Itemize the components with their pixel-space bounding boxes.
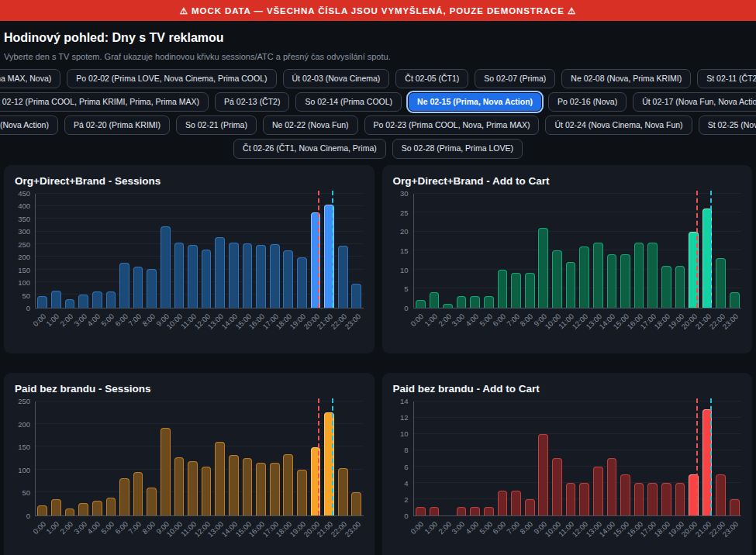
day-button[interactable]: Čt 02-12 (Prima COOL, Prima KRIMI, Prima… xyxy=(0,92,209,112)
bar-slot xyxy=(659,402,673,515)
day-button[interactable]: Ne 02-08 (Nova, Prima KRIMI) xyxy=(561,69,691,88)
day-button[interactable]: Pá 02-20 (Prima KRIMI) xyxy=(64,115,170,135)
y-tick-label: 250 xyxy=(18,398,30,405)
bar xyxy=(566,262,576,308)
bar-slot xyxy=(199,194,213,308)
day-button[interactable]: Ne 02-01 (Prima MAX, Nova) xyxy=(0,69,60,88)
bar-slot xyxy=(227,402,241,515)
bar xyxy=(147,269,157,308)
bar-slot xyxy=(104,402,118,515)
bar xyxy=(579,246,589,307)
bar xyxy=(256,463,266,515)
y-tick-label: 25 xyxy=(400,209,409,216)
day-button-row: Čt 02-19 (Nova Action)Pá 02-20 (Prima KR… xyxy=(0,115,756,135)
bar xyxy=(552,250,562,308)
bar xyxy=(243,458,253,515)
bar-slot xyxy=(309,194,323,308)
chart-title: Paid bez brandu - Add to Cart xyxy=(392,383,742,395)
bar-slot xyxy=(414,402,428,515)
y-axis: 050100150200250 xyxy=(13,402,35,516)
bar xyxy=(351,284,361,307)
x-tick-label: 8:00 xyxy=(141,312,157,328)
bar-slot xyxy=(77,194,91,308)
mock-data-warning-banner: ⚠ MOCK DATA — VŠECHNA ČÍSLA JSOU VYMYŠLE… xyxy=(0,0,756,21)
bar-slot xyxy=(50,402,64,515)
bar-slot xyxy=(591,194,605,308)
bar xyxy=(538,228,548,308)
chart-card-brand-atc: Org+Direct+Brand - Add to Cart 051015202… xyxy=(382,165,753,353)
y-tick-label: 0 xyxy=(404,512,408,520)
day-button[interactable]: Čt 02-26 (ČT1, Nova Cinema, Prima) xyxy=(233,139,386,158)
day-button[interactable]: St 02-25 (Nova Action) xyxy=(699,115,756,135)
tv-spot-line xyxy=(332,398,333,515)
bar xyxy=(579,483,589,515)
bar-slot xyxy=(77,402,91,515)
bar-slot xyxy=(186,194,200,308)
y-tick-label: 10 xyxy=(400,266,409,274)
bar xyxy=(647,243,658,307)
chart-card-paid-atc: Paid bez brandu - Add to Cart 0246810121… xyxy=(382,373,753,555)
day-button[interactable]: Čt 02-19 (Nova Action) xyxy=(0,115,58,135)
bar xyxy=(215,237,225,307)
plot-area xyxy=(413,194,742,309)
day-button[interactable]: Po 02-23 (Prima COOL, Nova, Prima MAX) xyxy=(364,115,540,135)
bar xyxy=(92,501,102,515)
bar xyxy=(620,254,630,308)
chart-card-paid-sessions: Paid bez brandu - Sessions 0501001502002… xyxy=(4,373,375,555)
day-button[interactable]: So 02-28 (Prima, Prima LOVE) xyxy=(392,139,523,158)
day-button[interactable]: Út 02-24 (Nova Cinema, Nova Fun) xyxy=(545,115,692,135)
x-tick-label: 4:00 xyxy=(86,520,102,536)
day-button[interactable]: So 02-07 (Prima) xyxy=(475,69,555,88)
bar xyxy=(457,296,467,308)
bar-slot xyxy=(90,402,104,515)
charts-grid: Org+Direct+Brand - Sessions 050100150200… xyxy=(0,165,756,555)
y-tick-label: 350 xyxy=(18,215,30,223)
bar-slot xyxy=(509,194,523,308)
bar-slot xyxy=(632,194,646,308)
bar xyxy=(675,483,685,515)
bar-slot xyxy=(63,194,77,308)
bar-slot xyxy=(646,194,660,308)
x-tick-label: 1:00 xyxy=(45,520,60,536)
bar xyxy=(620,474,630,515)
x-tick-label: 3:00 xyxy=(450,312,466,328)
day-button[interactable]: Čt 02-05 (ČT1) xyxy=(395,69,468,88)
plot-area xyxy=(35,402,364,516)
bar xyxy=(675,266,685,308)
bar xyxy=(634,243,644,307)
plot-wrap: 0:001:002:003:004:005:006:007:008:009:00… xyxy=(35,402,364,544)
x-tick-label: 2:00 xyxy=(437,520,453,536)
chart-card-brand-sessions: Org+Direct+Brand - Sessions 050100150200… xyxy=(4,165,375,353)
day-button[interactable]: Út 02-17 (Nova Fun, Nova Action) xyxy=(633,92,756,112)
bar-slot xyxy=(468,402,482,515)
page-title: Hodinový pohled: Dny s TV reklamou xyxy=(4,31,752,45)
x-tick-label: 0:00 xyxy=(32,312,47,328)
bar-slot xyxy=(63,402,77,515)
bar xyxy=(457,507,467,515)
x-tick-label: 6:00 xyxy=(492,312,507,328)
tv-spot-line xyxy=(710,398,712,515)
day-button[interactable]: So 02-14 (Prima COOL) xyxy=(295,92,402,112)
y-tick-label: 14 xyxy=(400,398,409,405)
bar-slot xyxy=(427,402,441,515)
bar-slot xyxy=(350,402,364,515)
tv-spot-line xyxy=(318,398,319,515)
x-tick-label: 6:00 xyxy=(114,312,129,328)
bar-slot xyxy=(118,194,132,308)
day-button[interactable]: Po 02-16 (Nova) xyxy=(548,92,627,112)
day-button[interactable]: Pá 02-13 (ČT2) xyxy=(215,92,289,112)
tv-spot-line xyxy=(696,191,698,308)
day-button-selected[interactable]: Ne 02-15 (Prima, Nova Action) xyxy=(408,92,542,112)
bar-slot xyxy=(537,402,551,515)
bar xyxy=(416,507,426,515)
y-tick-label: 4 xyxy=(404,479,408,487)
bar xyxy=(188,245,198,308)
day-button[interactable]: St 02-11 (ČT2, Prima KRIMI) xyxy=(697,69,756,88)
day-button[interactable]: So 02-21 (Prima) xyxy=(176,115,257,135)
day-button[interactable]: Út 02-03 (Nova Cinema) xyxy=(283,69,390,88)
day-button[interactable]: Ne 02-22 (Nova Fun) xyxy=(263,115,358,135)
bar xyxy=(443,304,453,308)
bar xyxy=(51,499,61,515)
y-axis: 02468101214 xyxy=(392,402,413,516)
day-button[interactable]: Po 02-02 (Prima LOVE, Nova Cinema, Prima… xyxy=(67,69,276,88)
